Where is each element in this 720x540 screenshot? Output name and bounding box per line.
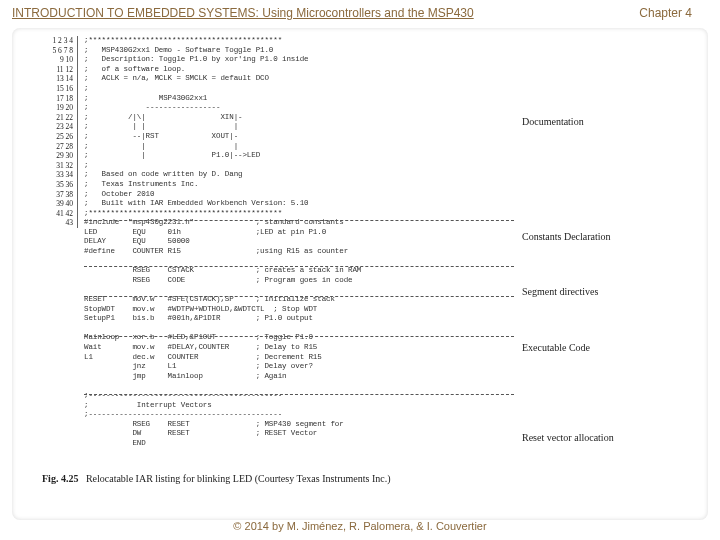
line-numbers: 1 2 3 4 5 6 7 8 9 10 11 12 13 14 15 16 1… xyxy=(52,36,78,228)
slide-footer: © 2014 by M. Jiménez, R. Palomera, & I. … xyxy=(0,520,720,532)
rule-after-seg xyxy=(84,296,514,297)
label-constants: Constants Declaration xyxy=(522,231,672,242)
label-segment: Segment directives xyxy=(522,286,672,297)
rule-after-doc xyxy=(84,220,514,221)
code-listing: ;***************************************… xyxy=(84,36,514,449)
slide: INTRODUCTION TO EMBEDDED SYSTEMS: Using … xyxy=(0,0,720,540)
header-title: INTRODUCTION TO EMBEDDED SYSTEMS: Using … xyxy=(12,6,474,20)
slide-header: INTRODUCTION TO EMBEDDED SYSTEMS: Using … xyxy=(0,6,720,20)
label-documentation: Documentation xyxy=(522,116,672,127)
footer-copyright: © 2014 by M. Jiménez, R. Palomera, & I. … xyxy=(233,520,486,532)
label-reset: Reset vector allocation xyxy=(522,432,672,443)
figure-caption: Fig. 4.25 Relocatable IAR listing for bl… xyxy=(42,473,391,484)
header-chapter: Chapter 4 xyxy=(639,6,692,20)
caption-text: Relocatable IAR listing for blinking LED… xyxy=(86,473,391,484)
rule-after-const xyxy=(84,266,514,267)
figure-body: 1 2 3 4 5 6 7 8 9 10 11 12 13 14 15 16 1… xyxy=(30,36,690,484)
rule-mid-exec xyxy=(84,336,514,337)
label-executable: Executable Code xyxy=(522,342,672,353)
caption-label: Fig. 4.25 xyxy=(42,473,78,484)
content-panel: 1 2 3 4 5 6 7 8 9 10 11 12 13 14 15 16 1… xyxy=(12,28,708,520)
rule-after-exec xyxy=(84,394,514,395)
